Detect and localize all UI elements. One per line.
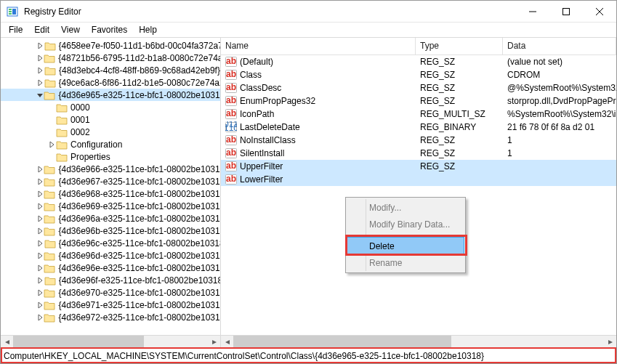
chevron-right-icon[interactable] — [36, 240, 44, 247]
list-body[interactable]: (Default)REG_SZ(value not set)ClassREG_S… — [221, 55, 616, 335]
list-row[interactable]: EnumPropPages32REG_SZstorprop.dll,DvdPro… — [221, 94, 616, 108]
svg-rect-4 — [12, 9, 16, 15]
scroll-track[interactable] — [13, 336, 208, 348]
tree-item-label: {4d36e96b-e325-11ce-bfc1-08002be10318} — [58, 226, 220, 236]
tree-item[interactable]: 0001 — [1, 113, 220, 126]
value-type: REG_SZ — [416, 96, 503, 106]
tree-item[interactable]: 0002 — [1, 126, 220, 138]
chevron-down-icon[interactable] — [36, 92, 44, 99]
column-header-type[interactable]: Type — [416, 38, 503, 54]
chevron-right-icon[interactable] — [36, 178, 44, 185]
window-buttons — [516, 1, 616, 23]
scroll-right-icon[interactable]: ▸ — [604, 336, 616, 348]
value-data: @%SystemRoot%\System32\... — [503, 83, 616, 93]
string-value-icon — [225, 108, 237, 120]
tree-item[interactable]: {4d36e96d-e325-11ce-bfc1-08002be10318} — [1, 249, 220, 262]
registry-editor-window: Registry Editor FileEditViewFavoritesHel… — [0, 0, 617, 364]
tree-item[interactable]: {4d36e96b-e325-11ce-bfc1-08002be10318} — [1, 225, 220, 237]
tree-item[interactable]: {4d36e966-e325-11ce-bfc1-08002be10318} — [1, 163, 220, 175]
column-header-name[interactable]: Name — [221, 38, 416, 54]
menu-view[interactable]: View — [56, 24, 85, 36]
context-menu-delete[interactable]: Delete — [347, 238, 464, 254]
tree-item[interactable]: {4d36e967-e325-11ce-bfc1-08002be10318} — [1, 175, 220, 187]
string-value-icon — [225, 82, 237, 94]
context-menu: Modify...Modify Binary Data...DeleteRena… — [345, 197, 466, 273]
menu-file[interactable]: File — [4, 24, 28, 36]
list-row[interactable]: ClassREG_SZCDROM — [221, 68, 616, 81]
chevron-right-icon[interactable] — [36, 42, 44, 49]
chevron-right-icon[interactable] — [36, 79, 44, 86]
tree-item[interactable]: {4d36e968-e325-11ce-bfc1-08002be10318} — [1, 187, 220, 200]
chevron-right-icon[interactable] — [36, 54, 44, 62]
tree-item[interactable]: {4d36e969-e325-11ce-bfc1-08002be10318} — [1, 200, 220, 212]
maximize-button[interactable] — [549, 1, 583, 23]
tree-item[interactable]: {4d36e96e-e325-11ce-bfc1-08002be10318} — [1, 262, 220, 274]
column-header-data[interactable]: Data — [503, 38, 616, 54]
value-name: SilentInstall — [240, 148, 284, 158]
chevron-right-icon[interactable] — [47, 141, 56, 148]
minimize-button[interactable] — [516, 1, 549, 23]
tree-item[interactable]: {49ce6ac8-6f86-11d2-b1e5-0080c72e74a2} — [1, 76, 220, 89]
value-type: REG_SZ — [416, 70, 503, 80]
list-hscrollbar[interactable]: ◂ ▸ — [221, 335, 616, 347]
scroll-right-icon[interactable]: ▸ — [208, 336, 220, 348]
chevron-right-icon[interactable] — [36, 67, 44, 74]
list-row[interactable]: UpperFilterREG_SZ — [221, 160, 616, 173]
svg-rect-6 — [563, 8, 570, 15]
scroll-track[interactable] — [233, 336, 604, 348]
tree-item[interactable]: {48d3ebc4-4cf8-48ff-b869-9c68ad42eb9f} — [1, 64, 220, 76]
tree-item[interactable]: {4d36e96c-e325-11ce-bfc1-08002be10318} — [1, 237, 220, 249]
list-row[interactable]: SilentInstallREG_SZ1 — [221, 147, 616, 160]
list-row[interactable]: ClassDescREG_SZ@%SystemRoot%\System32\..… — [221, 81, 616, 94]
value-type: REG_SZ — [416, 57, 503, 67]
tree-item[interactable]: {48721b56-6795-11d2-b1a8-0080c72e74a2} — [1, 52, 220, 64]
tree-body[interactable]: {4658ee7e-f050-11d1-b6bd-00c04fa372a7}{4… — [1, 38, 220, 335]
scroll-left-icon[interactable]: ◂ — [1, 336, 13, 348]
list-row[interactable]: LastDeleteDateREG_BINARY21 f6 78 0f 6f 8… — [221, 121, 616, 134]
chevron-right-icon[interactable] — [36, 215, 44, 222]
chevron-right-icon[interactable] — [36, 166, 44, 173]
content-area: {4658ee7e-f050-11d1-b6bd-00c04fa372a7}{4… — [1, 37, 616, 347]
menu-favorites[interactable]: Favorites — [86, 24, 132, 36]
menu-help[interactable]: Help — [134, 24, 162, 36]
tree-item[interactable]: Properties — [1, 150, 220, 163]
folder-icon — [44, 41, 56, 51]
chevron-right-icon[interactable] — [36, 314, 44, 321]
scroll-thumb[interactable] — [13, 336, 144, 348]
chevron-right-icon[interactable] — [36, 302, 44, 309]
tree-hscrollbar[interactable]: ◂ ▸ — [1, 335, 220, 347]
tree-item-label: {4d36e968-e325-11ce-bfc1-08002be10318} — [58, 189, 220, 199]
chevron-right-icon[interactable] — [36, 227, 44, 235]
tree-item[interactable]: {4d36e965-e325-11ce-bfc1-08002be10318} — [1, 89, 220, 101]
chevron-right-icon[interactable] — [36, 289, 44, 296]
list-row[interactable]: LowerFilter — [221, 173, 616, 186]
chevron-right-icon[interactable] — [36, 190, 44, 198]
chevron-right-icon[interactable] — [36, 203, 44, 210]
tree-item[interactable]: {4d36e972-e325-11ce-bfc1-08002be10318} — [1, 311, 220, 323]
folder-icon — [56, 115, 68, 125]
list-row[interactable]: IconPathREG_MULTI_SZ%SystemRoot%\System3… — [221, 108, 616, 121]
menu-edit[interactable]: Edit — [29, 24, 55, 36]
tree-item[interactable]: 0000 — [1, 101, 220, 113]
chevron-right-icon[interactable] — [36, 264, 44, 272]
value-type: REG_BINARY — [416, 122, 503, 132]
list-row[interactable]: NoInstallClassREG_SZ1 — [221, 134, 616, 147]
scroll-left-icon[interactable]: ◂ — [221, 336, 233, 348]
tree-item[interactable]: {4d36e971-e325-11ce-bfc1-08002be10318} — [1, 299, 220, 311]
tree-item-label: {4d36e96c-e325-11ce-bfc1-08002be10318} — [59, 238, 221, 248]
folder-icon — [44, 238, 56, 248]
tree-item[interactable]: Configuration — [1, 138, 220, 150]
tree-item[interactable]: {4d36e96f-e325-11ce-bfc1-08002be10318} — [1, 274, 220, 286]
list-row[interactable]: (Default)REG_SZ(value not set) — [221, 55, 616, 68]
value-name: Class — [240, 70, 262, 80]
folder-icon — [56, 152, 68, 162]
tree-item[interactable]: {4d36e970-e325-11ce-bfc1-08002be10318} — [1, 286, 220, 299]
tree-item[interactable]: {4658ee7e-f050-11d1-b6bd-00c04fa372a7} — [1, 39, 220, 52]
close-button[interactable] — [583, 1, 616, 23]
scroll-thumb[interactable] — [233, 336, 451, 348]
chevron-right-icon[interactable] — [36, 252, 44, 259]
tree-item-label: {4d36e969-e325-11ce-bfc1-08002be10318} — [58, 201, 220, 211]
tree-item-label: {48721b56-6795-11d2-b1a8-0080c72e74a2} — [58, 53, 220, 63]
chevron-right-icon[interactable] — [36, 277, 44, 284]
tree-item[interactable]: {4d36e96a-e325-11ce-bfc1-08002be10318} — [1, 212, 220, 225]
